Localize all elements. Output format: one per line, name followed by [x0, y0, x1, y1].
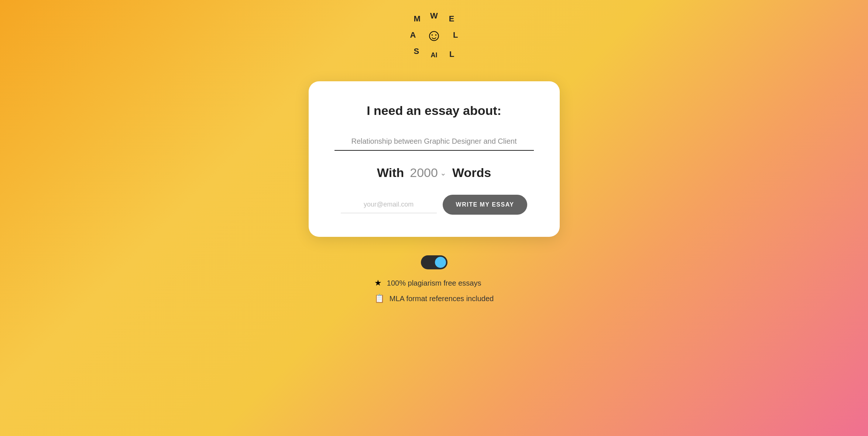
below-card: ★ 100% plagiarism free essays 📋 MLA form… — [374, 255, 494, 303]
star-icon: ★ — [374, 278, 382, 288]
topic-input-container — [334, 133, 534, 151]
features-list: ★ 100% plagiarism free essays 📋 MLA form… — [374, 278, 494, 303]
logo-smiley: ☺ — [426, 27, 442, 43]
feature-item-mla: 📋 MLA format references included — [374, 294, 494, 303]
words-count: 2000 — [410, 166, 438, 180]
bookmark-icon: 📋 — [374, 294, 384, 303]
logo-letter-a: A — [410, 30, 416, 40]
action-row: WRITE MY ESSAY — [334, 195, 534, 215]
card-title: I need an essay about: — [367, 103, 501, 118]
feature-item-plagiarism: ★ 100% plagiarism free essays — [374, 278, 481, 288]
words-dropdown[interactable]: 2000 ⌄ — [410, 166, 446, 180]
toggle-thumb — [435, 257, 446, 268]
logo-letter-ai: AI — [431, 51, 438, 59]
logo-letter-l-bottom: L — [449, 50, 454, 59]
logo-letter-s: S — [414, 47, 419, 56]
words-label: Words — [452, 166, 491, 180]
feature-text-mla: MLA format references included — [390, 294, 494, 303]
with-label: With — [377, 166, 404, 180]
words-selector: With 2000 ⌄ Words — [377, 166, 491, 180]
toggle-track[interactable] — [421, 255, 447, 269]
email-input[interactable] — [341, 196, 437, 213]
main-card: I need an essay about: With 2000 ⌄ Words… — [309, 81, 560, 237]
toggle-container[interactable] — [421, 255, 447, 269]
logo-container: M W E A ☺ L S AI L — [410, 11, 458, 59]
logo-letter-e: E — [449, 14, 454, 24]
chevron-down-icon: ⌄ — [440, 168, 446, 177]
topic-input[interactable] — [334, 133, 534, 151]
logo-letter-w: W — [430, 11, 438, 21]
logo-letter-m: M — [414, 14, 421, 24]
feature-text-plagiarism: 100% plagiarism free essays — [387, 279, 481, 287]
logo-grid: M W E A ☺ L S AI L — [410, 11, 458, 59]
write-essay-button[interactable]: WRITE MY ESSAY — [443, 195, 528, 215]
logo-letter-l-right: L — [453, 30, 458, 40]
